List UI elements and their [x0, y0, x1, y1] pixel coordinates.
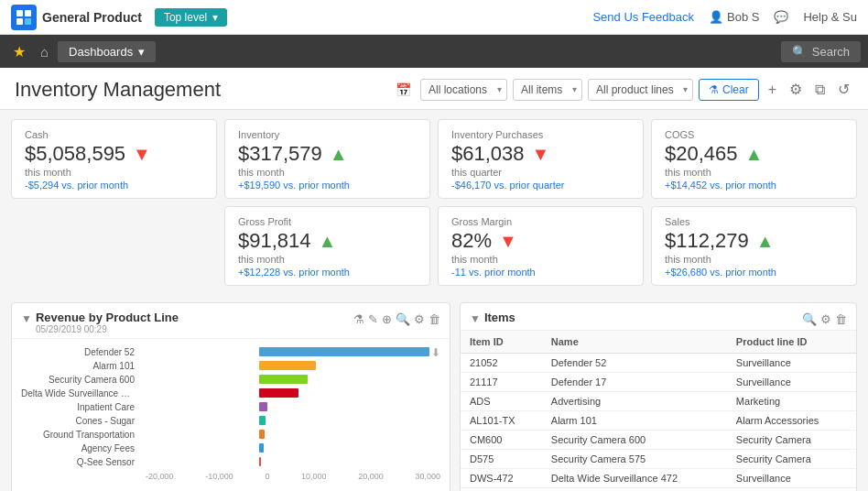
col-product-line: Product line ID	[727, 331, 856, 354]
kpi-value-row: $91,814 ▲	[238, 229, 417, 253]
add-icon[interactable]: +	[765, 78, 780, 102]
kpi-period: this month	[238, 254, 417, 265]
help-link[interactable]: Help & Su	[803, 10, 857, 24]
chart-bar	[259, 430, 265, 439]
cell-item-id: ADS	[461, 392, 542, 411]
kpi-section: Cash $5,058,595 ▼ this month -$5,294 vs.…	[0, 110, 868, 302]
kpi-value: $112,279	[665, 229, 749, 253]
dashboards-label: Dashboards	[69, 45, 133, 59]
chart-row: Security Camera 600	[21, 374, 440, 385]
top-level-dropdown[interactable]: Top level ▾	[155, 8, 227, 27]
kpi-row-2: Gross Profit $91,814 ▲ this month +$12,2…	[11, 206, 857, 286]
search-button[interactable]: 🔍 Search	[781, 41, 861, 62]
location-filter[interactable]: All locations	[420, 79, 507, 101]
revenue-panel-subtitle: 05/29/2019 00:29	[36, 324, 353, 334]
feedback-link[interactable]: Send Us Feedback	[592, 10, 694, 24]
kpi-value: $317,579	[238, 142, 322, 166]
kpi-change: -11 vs. prior month	[451, 267, 630, 278]
kpi-value-row: $61,038 ▼	[451, 142, 630, 166]
cell-product-line: Security Camera	[727, 431, 856, 450]
settings-items-icon[interactable]: ⚙	[820, 312, 831, 326]
search-items-icon[interactable]: 🔍	[802, 312, 817, 326]
user-menu[interactable]: 👤 Bob S	[709, 10, 759, 24]
cell-product-line: Office Supplies	[727, 488, 856, 492]
chevron-down-icon: ▾	[138, 45, 145, 59]
chart-row: Inpatient Care	[21, 401, 440, 412]
cell-name: Defender 52	[542, 354, 727, 373]
kpi-card: Gross Margin 82% ▼ this month -11 vs. pr…	[438, 206, 644, 286]
items-panel: ▼ Items 🔍 ⚙ 🗑 Item ID Name Product line …	[460, 302, 857, 491]
kpi-label: Gross Margin	[451, 216, 630, 227]
chart-bar	[259, 457, 261, 466]
search-icon: 🔍	[792, 45, 807, 59]
chart-row: Q-See Sensor	[21, 456, 440, 467]
cell-item-id: 21117	[461, 373, 542, 392]
items-collapse-icon[interactable]: ▼	[470, 312, 481, 325]
zoom-panel-icon[interactable]: ⊕	[382, 312, 392, 326]
search-panel-icon[interactable]: 🔍	[396, 312, 410, 326]
kpi-value: 82%	[451, 229, 492, 253]
cell-name: Security Camera 600	[542, 431, 727, 450]
chart-bar	[259, 388, 298, 398]
chart-label: Defender 52	[21, 347, 140, 357]
star-icon[interactable]: ★	[7, 39, 31, 64]
chart-row: Ground Transportation	[21, 429, 440, 440]
kpi-change: +$14,452 vs. prior month	[665, 180, 843, 191]
cell-name: Security Camera 575	[542, 450, 727, 469]
col-item-id: Item ID	[461, 331, 542, 354]
clear-button[interactable]: ⚗ Clear	[699, 79, 759, 101]
chart-bar	[259, 375, 308, 384]
edit-panel-icon[interactable]: ✎	[368, 312, 378, 326]
delete-items-icon[interactable]: 🗑	[835, 312, 847, 326]
kpi-label: Inventory Purchases	[451, 129, 630, 140]
date-picker-icon[interactable]: 📅	[392, 79, 415, 101]
toolbar: ★ ⌂ Dashboards ▾ 🔍 Search	[0, 35, 868, 68]
kpi-value-row: 82% ▼	[451, 229, 630, 253]
cell-item-id: DWS-472	[461, 469, 542, 488]
copy-icon[interactable]: ⧉	[811, 78, 829, 102]
kpi-card: Inventory Purchases $61,038 ▼ this quart…	[438, 119, 644, 199]
items-filter[interactable]: All items	[513, 79, 582, 101]
delete-panel-icon[interactable]: 🗑	[429, 312, 440, 326]
settings-panel-icon[interactable]: ⚙	[414, 312, 425, 326]
refresh-icon[interactable]: ↺	[834, 77, 853, 102]
collapse-icon[interactable]: ▼	[21, 312, 32, 325]
chart-bar-wrap	[140, 360, 440, 371]
chart-bar	[259, 347, 429, 356]
chart-export-icon[interactable]: ⬇	[431, 346, 440, 359]
product-lines-filter[interactable]: All product lines	[588, 79, 693, 101]
filter-panel-icon[interactable]: ⚗	[353, 312, 364, 326]
arrow-down-icon: ▼	[133, 144, 151, 165]
kpi-card: Inventory $317,579 ▲ this month +$19,590…	[224, 119, 430, 199]
chart-row: Defender 52	[21, 346, 431, 357]
top-nav-right: Send Us Feedback 👤 Bob S 💬 Help & Su	[592, 10, 857, 24]
cell-product-line: Security Camera	[727, 450, 856, 469]
chart-label: Cones - Sugar	[21, 416, 140, 426]
revenue-panel-header: ▼ Revenue by Product Line 05/29/2019 00:…	[12, 303, 450, 339]
items-table: Item ID Name Product line ID 21052 Defen…	[461, 331, 856, 491]
col-name: Name	[542, 331, 727, 354]
kpi-value: $20,465	[665, 142, 738, 166]
kpi-period: this month	[665, 254, 843, 265]
cell-product-line: Surveillance	[727, 373, 856, 392]
cell-name: Printer Paper 92 Bright	[542, 488, 727, 492]
home-icon[interactable]: ⌂	[35, 40, 54, 63]
cell-name: Defender 17	[542, 373, 727, 392]
kpi-label: COGS	[665, 129, 843, 140]
cell-name: Delta Wide Surveillance 472	[542, 469, 727, 488]
kpi-change: +$12,228 vs. prior month	[238, 267, 417, 278]
table-row: 21052 Defender 52 Surveillance	[461, 354, 856, 373]
kpi-change: +$26,680 vs. prior month	[665, 267, 843, 278]
svg-rect-0	[16, 10, 23, 16]
chart-axis: -20,000 -10,000 0 10,000 20,000 30,000	[21, 470, 440, 481]
chart-bar	[259, 402, 267, 411]
chart-label: Delta Wide Surveillance 472	[21, 388, 140, 398]
chart-label: Inpatient Care	[21, 402, 140, 412]
settings-icon[interactable]: ⚙	[786, 77, 806, 102]
table-row: HM92 Printer Paper 92 Bright Office Supp…	[461, 488, 856, 492]
table-row: D575 Security Camera 575 Security Camera	[461, 450, 856, 469]
svg-rect-3	[25, 18, 31, 25]
chart-bar	[259, 443, 264, 453]
cell-product-line: Alarm Accessories	[727, 411, 856, 431]
dashboards-menu[interactable]: Dashboards ▾	[58, 41, 156, 62]
